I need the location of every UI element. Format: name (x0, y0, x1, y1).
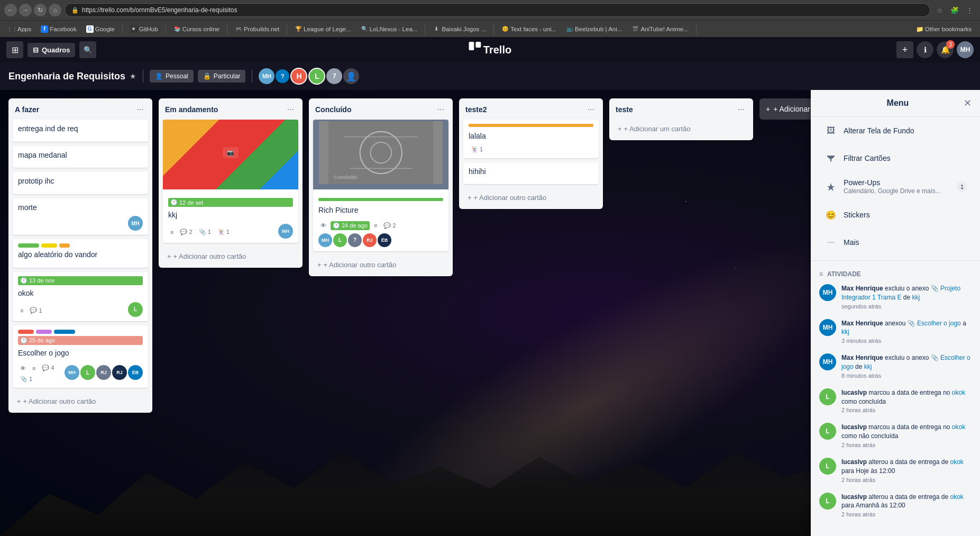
bookmark-apps[interactable]: ⋮⋮ Apps (4, 24, 35, 34)
card-member-mh1[interactable]: MH (128, 216, 143, 231)
trello-home-button[interactable]: ⊞ (6, 41, 23, 58)
activity-link2-3[interactable]: kkj (864, 363, 872, 370)
back-button[interactable]: ← (4, 4, 17, 16)
card-hihihi[interactable]: hihihi (463, 162, 599, 185)
folder-icon: 📁 (916, 25, 923, 33)
create-button[interactable]: + (896, 41, 913, 58)
add-card-teste-label: + Adicionar um cartão (624, 125, 691, 133)
member-mh-rp[interactable]: MH (318, 233, 332, 247)
filter-icon (823, 151, 838, 166)
member-3-rp[interactable]: ? (348, 233, 362, 247)
member-mh-escolher[interactable]: MH (65, 365, 79, 380)
member-l-escolher[interactable]: L (80, 365, 95, 380)
menu-item-filter[interactable]: Filtrar Cartões (815, 146, 976, 171)
card-okok[interactable]: 🕐 13 de nov okok ≡ 💬 1 L (13, 272, 148, 321)
member-avatar-h[interactable]: H (290, 68, 307, 85)
address-bar[interactable]: 🔒 https://trello.com/b/ornmBvE5/engenhar… (65, 3, 930, 17)
activity-list: MH Max Henrique excluiu o anexo 📎 Projet… (811, 280, 980, 523)
add-card-teste-button[interactable]: + + Adicionar um cartão (613, 122, 749, 136)
bookmark-probuilds[interactable]: 🎮 Probuilds.net (231, 24, 283, 34)
bookmark-facebook[interactable]: f Facebook (36, 24, 81, 34)
activity-title-text: Atividade (827, 270, 861, 278)
home-button[interactable]: ⌂ (49, 4, 61, 16)
member-count-badge[interactable]: 7 (326, 68, 342, 84)
star-button[interactable]: ★ (130, 72, 136, 80)
menu-item-more[interactable]: ··· Mais (815, 230, 976, 255)
card-morte[interactable]: morte MH (13, 198, 148, 235)
card-mapa[interactable]: mapa medanal (13, 146, 148, 168)
member-avatar-1[interactable]: MH (259, 68, 274, 84)
activity-link2-2[interactable]: kkj (841, 328, 849, 335)
member-rj-escolher[interactable]: RJ (96, 365, 111, 380)
add-card-a-fazer-button[interactable]: + + Adicionar outro cartão (13, 394, 148, 408)
trello-boards-button[interactable]: ⊟ Quadros (28, 43, 75, 57)
extensions-button[interactable]: 🧩 (948, 4, 961, 16)
menu-close-button[interactable]: ✕ (964, 97, 972, 109)
forward-button[interactable]: → (19, 4, 32, 16)
activity-link1-7[interactable]: okok (950, 493, 963, 501)
card-kkj-badges: ≡ 💬 2 📎 1 🃏 1 (168, 228, 232, 237)
member-rj-rp[interactable]: RJ (363, 233, 377, 247)
bookmark-google[interactable]: G Google (82, 24, 119, 34)
badge-date-okok: 🕐 13 de nov (18, 276, 143, 285)
bookmark-baixaki[interactable]: ⬇ Baixaki Jogos ... (428, 24, 490, 34)
list-a-fazer-menu-button[interactable]: ··· (135, 104, 146, 115)
list-teste2-menu-button[interactable]: ··· (585, 104, 597, 115)
activity-link2-1[interactable]: kkj (912, 294, 920, 301)
activity-link1-2[interactable]: 📎 Escolher o jogo (908, 320, 961, 327)
info-button[interactable]: ℹ (917, 41, 933, 58)
notifications-button[interactable]: 🔔 3 (937, 41, 954, 58)
member-eb-rp[interactable]: ÉB (378, 233, 391, 247)
member-mh-kkj[interactable]: MH (278, 224, 293, 239)
activity-link1-5[interactable]: okok (952, 423, 965, 431)
bookmark-textfaces[interactable]: 😊 Text faces - uni... (497, 24, 561, 34)
member-eb-escolher[interactable]: ÉB (128, 365, 143, 380)
bookmark-cursos[interactable]: 📚 Cursos online (169, 24, 224, 34)
member-add-button[interactable]: 👤 (343, 68, 359, 84)
activity-user-6: lucaslvp (841, 458, 867, 466)
add-card-concluido-label: + Adicionar outro cartão (324, 261, 397, 269)
browser-menu-button[interactable]: ⋮ (963, 4, 976, 16)
member-l-rp[interactable]: L (333, 233, 347, 247)
badge-date-rp: 🕐 24 de ago (331, 221, 370, 230)
bookmark-lol[interactable]: 🏆 League of Lege... (290, 24, 355, 34)
trello-search-button[interactable]: 🔍 (79, 41, 96, 58)
menu-item-change-bg[interactable]: 🖼 Alterar Tela de Fundo (815, 118, 976, 143)
plus-icon-4: + (468, 194, 472, 202)
personal-button[interactable]: 👤 Pessoal (150, 70, 194, 83)
user-avatar[interactable]: MH (957, 41, 974, 58)
reload-button[interactable]: ↻ (34, 4, 47, 16)
visibility-button[interactable]: 🔒 Particular (198, 70, 246, 83)
bookmark-github[interactable]: ☀ GitHub (126, 24, 162, 34)
card-kkj[interactable]: 📷 🕐 12 de set kkj (163, 120, 298, 243)
menu-panel: Menu ✕ 🖼 Alterar Tela de Fundo Filtrar C… (811, 90, 980, 536)
bookmark-beelzebub[interactable]: 📺 Beelzebub | Ani... (562, 24, 626, 34)
add-card-concluido-button[interactable]: + + Adicionar outro cartão (313, 258, 448, 272)
list-em-andamento-menu-button[interactable]: ··· (285, 104, 296, 115)
menu-item-stickers[interactable]: 😊 Stickers (815, 202, 976, 228)
member-avatar-2[interactable]: ? (276, 69, 289, 83)
bookmark-lolnexus[interactable]: 🔍 LoLNexus - Lea... (356, 24, 422, 34)
member-rj2-escolher[interactable]: RJ (112, 365, 127, 380)
member-avatar-l[interactable]: L (308, 68, 325, 85)
card-rich-picture[interactable]: Concluído Rich Picture 👁 (313, 120, 448, 251)
menu-item-powerups[interactable]: Power-Ups Calendário, Google Drive e mai… (815, 173, 976, 200)
add-list-label: + Adicionar c (773, 105, 816, 113)
bookmark-anitube[interactable]: 🎬 AniTube! Anime... (627, 24, 692, 34)
card-lalala[interactable]: lalala 🃏 1 (463, 120, 599, 158)
list-concluido-menu-button[interactable]: ··· (435, 104, 446, 115)
member-l-okok[interactable]: L (128, 302, 143, 317)
add-card-em-andamento-button[interactable]: + + Adicionar outro cartão (163, 249, 298, 264)
card-entrega[interactable]: entrega ind de req (13, 120, 148, 142)
card-algo[interactable]: algo aleatório do vandor (13, 239, 148, 268)
lol-icon: 🏆 (295, 25, 302, 33)
list-teste-menu-button[interactable]: ··· (736, 104, 747, 115)
add-card-teste2-button[interactable]: + + Adicionar outro cartão (463, 190, 599, 205)
card-escolher[interactable]: 🕐 25 de ago Escolher o jogo 👁 ≡ 💬 4 📎 1 (13, 325, 148, 388)
other-bookmarks[interactable]: 📁 Other bookmarks (912, 24, 976, 34)
activity-link1-4[interactable]: okok (952, 389, 965, 396)
board-title: Engenharia de Requisitos (8, 71, 125, 82)
activity-link1-6[interactable]: okok (950, 458, 963, 466)
card-prototip[interactable]: prototip ihc (13, 172, 148, 194)
bookmark-star-button[interactable]: ☆ (933, 4, 946, 16)
